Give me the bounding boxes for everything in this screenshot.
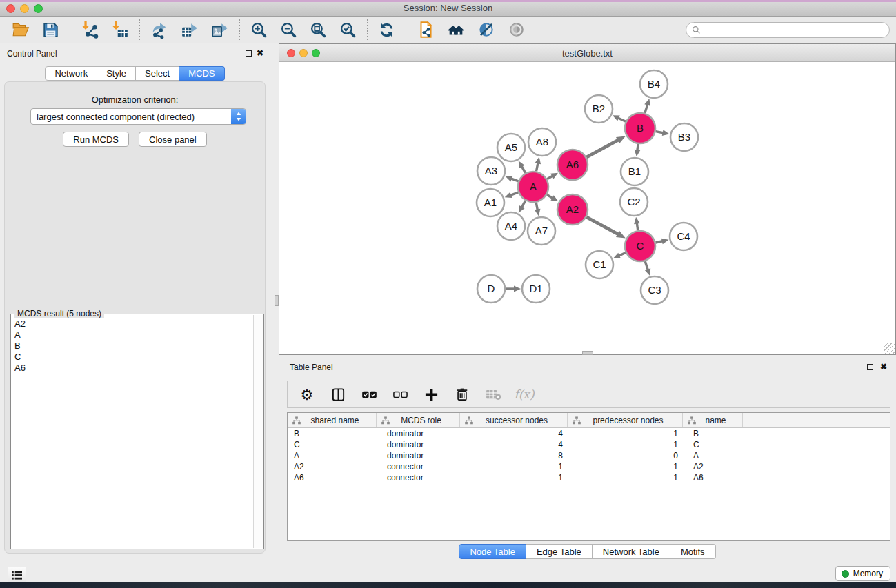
table-cell: A6 (288, 473, 377, 483)
task-history-button[interactable] (8, 567, 26, 583)
zoom-selected-button[interactable] (334, 20, 362, 40)
table-panel: Table Panel ✖ ⚙f(x) shared nameMCDS role… (279, 357, 896, 562)
edge-B-B4[interactable] (645, 104, 648, 113)
select-stepper-icon (231, 109, 246, 124)
result-item[interactable]: C (14, 352, 252, 363)
table-cell: 1 (460, 462, 568, 472)
save-session-button[interactable] (37, 20, 65, 40)
tab-node-table[interactable]: Node Table (459, 544, 526, 559)
network-canvas[interactable]: B4B2BB3A8A5A6B1A3AA1C2A2A4A7C4CC1C3DD1 (279, 62, 895, 354)
result-item[interactable]: A2 (14, 318, 252, 330)
table-row[interactable]: A2connector11A2 (288, 461, 890, 472)
table-cell: B (683, 429, 743, 438)
float-icon[interactable] (246, 50, 252, 57)
import-table-button[interactable] (106, 19, 135, 40)
table-body: Bdominator41BCdominator41CAdominator80AA… (288, 428, 890, 483)
result-item[interactable]: A6 (14, 363, 252, 374)
float-icon[interactable] (867, 364, 873, 370)
zoom-in-button[interactable] (245, 20, 273, 40)
export-image-button[interactable] (206, 19, 235, 40)
resize-grip[interactable] (884, 343, 895, 354)
network-from-file-button[interactable] (411, 19, 440, 40)
open-session-button[interactable] (6, 19, 35, 40)
add-icon (424, 387, 439, 402)
table-cell: 1 (568, 473, 683, 483)
table-cell: connector (377, 462, 460, 472)
show-details-button[interactable] (502, 19, 531, 40)
refresh-button[interactable] (372, 20, 401, 40)
tab-edge-table[interactable]: Edge Table (526, 544, 593, 559)
edge-A2-C[interactable] (586, 217, 619, 234)
table-tabs: Node TableEdge TableNetwork TableMotifs (279, 544, 896, 559)
fx-icon: f(x) (514, 387, 534, 401)
delete-button[interactable] (450, 383, 475, 405)
graph-node-label: C2 (627, 196, 640, 207)
edge-arrowhead (535, 209, 541, 216)
table-row[interactable]: Bdominator41B (288, 428, 890, 439)
table-cell: A6 (683, 473, 743, 483)
column-header-shared-name[interactable]: shared name (288, 413, 377, 427)
import-network-button[interactable] (75, 19, 104, 40)
zoom-fit-button[interactable] (304, 20, 332, 40)
result-scrollbar[interactable] (253, 315, 263, 548)
edge-arrowhead (635, 150, 641, 156)
tab-select[interactable]: Select (136, 66, 179, 81)
column-header-successor-nodes[interactable]: successor nodes (460, 413, 568, 427)
edge-arrowhead (616, 136, 626, 143)
tab-style[interactable]: Style (97, 66, 136, 81)
columns-button[interactable] (326, 383, 350, 405)
zoom-selected-icon (339, 21, 357, 39)
network-graph[interactable]: B4B2BB3A8A5A6B1A3AA1C2A2A4A7C4CC1C3DD1 (279, 62, 895, 354)
memory-button[interactable]: Memory (835, 566, 890, 581)
table-cell: A2 (683, 462, 743, 472)
search-input[interactable] (704, 24, 884, 35)
shared-column-icon (292, 416, 301, 425)
table-row[interactable]: Adominator80A (288, 450, 890, 461)
criterion-select[interactable]: largest connected component (directed) (30, 108, 246, 125)
network-window-titlebar[interactable]: testGlobe.txt (279, 44, 895, 62)
graph-node-label: D1 (529, 283, 542, 294)
memory-status-icon (842, 570, 849, 578)
edge-A6-B[interactable] (586, 140, 619, 157)
tab-network[interactable]: Network (45, 66, 97, 81)
export-network-button[interactable] (145, 19, 174, 40)
column-header-filler (743, 413, 890, 427)
column-header-name[interactable]: name (683, 413, 743, 427)
horizontal-splitter-handle[interactable] (582, 351, 593, 355)
search-box[interactable] (686, 22, 890, 38)
zoom-in-icon (250, 21, 268, 39)
result-item[interactable]: B (14, 341, 252, 352)
table-cell: dominator (377, 451, 460, 460)
add-button[interactable] (419, 383, 444, 405)
tab-motifs[interactable]: Motifs (670, 544, 716, 559)
tab-mcds[interactable]: MCDS (179, 66, 224, 81)
tab-network-table[interactable]: Network Table (593, 544, 670, 559)
node-table: shared nameMCDS rolesuccessor nodesprede… (287, 412, 890, 541)
table-cell: B (288, 429, 377, 438)
table-row[interactable]: Cdominator41C (288, 439, 890, 450)
close-icon[interactable]: ✖ (880, 362, 887, 372)
graph-node-label: B (637, 122, 644, 134)
table-cell: C (683, 440, 743, 449)
hide-details-button[interactable] (472, 19, 501, 40)
statusbar: Memory (0, 562, 896, 582)
home-button[interactable] (441, 19, 470, 40)
column-header-predecessor-nodes[interactable]: predecessor nodes (568, 413, 683, 427)
column-header-MCDS-role[interactable]: MCDS role (377, 413, 460, 427)
close-panel-button[interactable]: Close panel (139, 132, 207, 147)
edge-C-C3[interactable] (645, 261, 648, 271)
run-mcds-button[interactable]: Run MCDS (63, 132, 129, 147)
toolbar-separator (70, 19, 70, 40)
unselect-all-button[interactable] (388, 383, 412, 405)
close-icon[interactable]: ✖ (257, 48, 263, 58)
graph-node-label: A7 (535, 225, 548, 236)
gear-button[interactable]: ⚙ (295, 383, 319, 405)
control-panel: Control Panel ✖ NetworkStyleSelectMCDS O… (0, 43, 270, 562)
select-all-button[interactable] (357, 383, 381, 405)
table-row[interactable]: A6connector11A6 (288, 472, 890, 483)
export-table-button[interactable] (175, 19, 204, 40)
vertical-splitter-handle[interactable] (275, 295, 279, 306)
result-item[interactable]: A (14, 330, 252, 341)
table-cell: 4 (460, 429, 568, 438)
zoom-out-button[interactable] (275, 20, 303, 40)
